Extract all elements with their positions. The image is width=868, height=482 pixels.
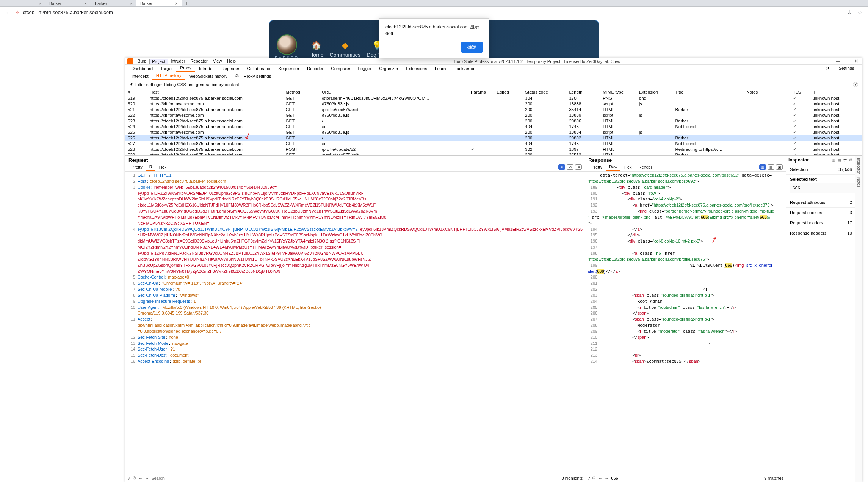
nav-icon: ◆ (342, 41, 348, 50)
new-tab-button[interactable]: + (182, 0, 191, 6)
not-secure-icon[interactable]: ⚠ (15, 9, 20, 15)
maximize-icon[interactable]: ▢ (846, 59, 849, 61)
menu-view[interactable]: View (211, 59, 224, 61)
tab-close-icon[interactable]: × (126, 1, 132, 6)
menu-burp[interactable]: Burp (135, 59, 149, 61)
star-icon[interactable]: ☆ (856, 9, 864, 16)
nav-home[interactable]: 🏠Home (309, 41, 323, 58)
back-icon[interactable]: ← (4, 9, 12, 16)
install-icon[interactable]: ⇩ (846, 9, 853, 16)
js-alert-dialog: cfceb12f2bfd-sec875.a.barker-social.com … (379, 18, 489, 58)
close-icon[interactable]: ✕ (855, 59, 858, 61)
barker-logo-image (277, 34, 297, 55)
alert-ok-button[interactable]: 确定 (461, 42, 483, 53)
burp-titlebar: BurpProjectIntruderRepeaterViewHelp Burp… (125, 58, 862, 61)
tab-close-icon[interactable]: × (172, 1, 178, 6)
menu-repeater[interactable]: Repeater (188, 59, 210, 61)
browser-tab[interactable]: Barker× (45, 0, 91, 6)
menu-help[interactable]: Help (225, 59, 238, 61)
browser-tab[interactable]: × (0, 0, 45, 6)
nav-icon: 🏠 (311, 41, 321, 50)
browser-tab[interactable]: Barker× (136, 0, 182, 6)
browser-tab[interactable]: Barker× (91, 0, 136, 6)
burp-window-title: Burp Suite Professional v2023.11.1.2 - T… (238, 59, 836, 61)
url-display[interactable]: cfceb12f2bfd-sec875.a.barker-social.com (23, 9, 843, 15)
burp-window: BurpProjectIntruderRepeaterViewHelp Burp… (125, 58, 862, 61)
browser-tab-strip: ×Barker×Barker×Barker× + (0, 0, 868, 7)
address-bar: ← ⚠ cfceb12f2bfd-sec875.a.barker-social.… (0, 7, 868, 18)
menu-project[interactable]: Project (149, 59, 168, 61)
tab-close-icon[interactable]: × (35, 1, 41, 6)
tab-close-icon[interactable]: × (81, 1, 87, 6)
alert-origin: cfceb12f2bfd-sec875.a.barker-social.com … (385, 24, 483, 30)
minimize-icon[interactable]: — (836, 59, 840, 61)
nav-communities[interactable]: ◆Communities (330, 41, 361, 58)
alert-message: 666 (385, 31, 483, 36)
menu-intruder[interactable]: Intruder (169, 59, 188, 61)
burp-app-icon (127, 58, 133, 61)
